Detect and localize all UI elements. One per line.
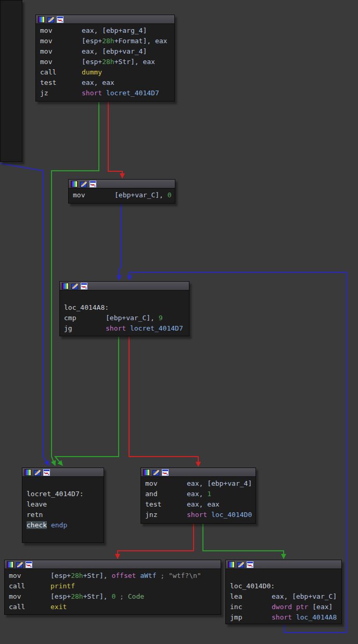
node-wtf-exit[interactable]: mov[esp+28h+Str], offset aWtf ; "wtf?\n"… bbox=[4, 560, 221, 615]
code-token-l: loc_4014D0: bbox=[230, 582, 275, 590]
code-token-m: jnz bbox=[145, 510, 187, 520]
group-node-icon[interactable] bbox=[43, 469, 50, 476]
code-line[interactable]: andeax, 1 bbox=[145, 489, 255, 499]
node-code: mov[esp+28h+Str], offset aWtf ; "wtf?\n"… bbox=[5, 569, 221, 612]
code-line[interactable]: mov[esp+28h+Format], eax bbox=[40, 36, 174, 46]
color-node-icon[interactable] bbox=[7, 561, 14, 568]
node-titlebar[interactable] bbox=[22, 468, 104, 477]
code-token-l: locret_4014D7: bbox=[27, 490, 84, 498]
code-line[interactable]: mov[esp+28h+Str], 0 ; Code bbox=[9, 591, 221, 602]
code-token-m: mov bbox=[9, 571, 50, 581]
code-token-m: jz bbox=[40, 88, 82, 98]
code-line[interactable] bbox=[64, 292, 189, 302]
code-token-k: short bbox=[272, 613, 296, 621]
color-node-icon[interactable] bbox=[143, 469, 150, 476]
code-line[interactable]: moveax, [ebp+var_4] bbox=[40, 46, 174, 57]
code-line[interactable]: jnzshort loc_4014D0 bbox=[145, 510, 255, 520]
code-token-t: locret_4014D7 bbox=[130, 324, 183, 332]
code-line[interactable]: calldummy bbox=[40, 67, 174, 78]
node-titlebar[interactable] bbox=[5, 560, 221, 569]
code-line[interactable]: moveax, [ebp+arg_4] bbox=[40, 26, 174, 36]
node-code: moveax, [ebp+arg_4]mov[esp+28h+Format], … bbox=[36, 24, 174, 98]
code-token-m: mov bbox=[9, 591, 50, 602]
code-line[interactable]: moveax, [ebp+var_4] bbox=[145, 478, 255, 489]
edit-node-icon[interactable] bbox=[237, 561, 244, 568]
group-node-icon[interactable] bbox=[25, 561, 32, 568]
color-node-icon[interactable] bbox=[38, 16, 45, 23]
code-token-t: loc_4014A8 bbox=[296, 613, 337, 621]
code-line[interactable]: jmpshort loc_4014A8 bbox=[230, 612, 341, 623]
code-token-f: dummy bbox=[82, 68, 102, 76]
edge-jnz-fallthrough bbox=[118, 524, 194, 559]
group-node-icon[interactable] bbox=[247, 561, 253, 568]
code-token-f: printf bbox=[50, 582, 75, 590]
code-line[interactable]: loc_4014A8: bbox=[64, 302, 189, 313]
code-line[interactable]: callexit bbox=[9, 602, 221, 612]
code-token-k: short bbox=[82, 89, 106, 97]
code-token-m: jmp bbox=[230, 612, 272, 623]
code-line[interactable]: mov[ebp+var_C], 0 bbox=[73, 190, 175, 200]
node-titlebar[interactable] bbox=[60, 282, 189, 291]
code-token-o: +Str], eax bbox=[114, 58, 155, 66]
group-node-icon[interactable] bbox=[162, 469, 169, 476]
code-token-o: [ebp+var_C], bbox=[106, 314, 159, 322]
code-token-d: endp bbox=[51, 521, 67, 529]
code-line[interactable]: callprintf bbox=[9, 581, 221, 591]
node-titlebar[interactable] bbox=[141, 468, 255, 477]
edit-node-icon[interactable] bbox=[16, 561, 23, 568]
code-line[interactable]: jgshort locret_4014D7 bbox=[64, 323, 189, 334]
edit-node-icon[interactable] bbox=[71, 283, 78, 289]
code-token-n: 9 bbox=[159, 314, 163, 322]
color-node-icon[interactable] bbox=[62, 283, 69, 289]
node-locret[interactable]: locret_4014D7:leaveretncheck endp bbox=[22, 468, 104, 543]
code-token-t: loc_4014D0 bbox=[211, 511, 252, 519]
node-titlebar[interactable] bbox=[36, 15, 174, 24]
code-line[interactable]: loc_4014D0: bbox=[230, 581, 341, 591]
node-entry[interactable]: moveax, [ebp+arg_4]mov[esp+28h+Format], … bbox=[35, 15, 175, 102]
code-token-k: dword ptr bbox=[272, 603, 308, 611]
code-line[interactable]: locret_4014D7: bbox=[27, 489, 104, 499]
code-line[interactable]: mov[esp+28h+Str], eax bbox=[40, 57, 174, 67]
code-token-m: mov bbox=[145, 478, 187, 489]
group-node-icon[interactable] bbox=[81, 283, 87, 289]
code-token-m: call bbox=[9, 602, 50, 612]
code-line[interactable]: jzshort locret_4014D7 bbox=[40, 88, 174, 98]
node-titlebar[interactable] bbox=[69, 180, 175, 188]
code-line[interactable]: cmp[ebp+var_C], 9 bbox=[64, 313, 189, 323]
node-partial[interactable] bbox=[0, 0, 22, 162]
color-node-icon[interactable] bbox=[228, 561, 235, 568]
node-code: mov[ebp+var_C], 0 bbox=[69, 188, 175, 200]
node-parity-check[interactable]: moveax, [ebp+var_4]andeax, 1testeax, eax… bbox=[140, 468, 256, 524]
code-token-o: +Format], eax bbox=[114, 37, 168, 45]
code-token-m: call bbox=[9, 581, 50, 591]
code-line[interactable]: retn bbox=[27, 510, 104, 520]
code-token-m: and bbox=[145, 489, 187, 499]
code-line[interactable]: leaeax, [ebp+var_C] bbox=[230, 591, 341, 602]
edit-node-icon[interactable] bbox=[152, 469, 159, 476]
code-line[interactable]: incdword ptr [eax] bbox=[230, 602, 341, 612]
code-line[interactable]: check endp bbox=[27, 520, 104, 531]
code-line[interactable] bbox=[230, 571, 341, 581]
code-line[interactable]: testeax, eax bbox=[145, 499, 255, 510]
code-line[interactable]: testeax, eax bbox=[40, 78, 174, 88]
edit-node-icon[interactable] bbox=[80, 181, 87, 187]
edit-node-icon[interactable] bbox=[34, 469, 41, 476]
code-token-o: eax, eax bbox=[82, 79, 114, 86]
node-increment[interactable]: loc_4014D0:leaeax, [ebp+var_C]incdword p… bbox=[225, 560, 342, 624]
code-token-o: [ebp+var_C], bbox=[114, 191, 168, 199]
code-token-t: locret_4014D7 bbox=[106, 89, 159, 97]
node-loop-head[interactable]: loc_4014A8:cmp[ebp+var_C], 9jgshort locr… bbox=[59, 281, 189, 336]
code-token-o: [eax] bbox=[308, 603, 333, 611]
group-node-icon[interactable] bbox=[90, 181, 96, 187]
code-line[interactable]: mov[esp+28h+Str], offset aWtf ; "wtf?\n" bbox=[9, 571, 221, 581]
color-node-icon[interactable] bbox=[71, 181, 78, 187]
edit-node-icon[interactable] bbox=[47, 16, 54, 23]
code-line[interactable] bbox=[27, 478, 104, 489]
code-token-m: inc bbox=[230, 602, 272, 612]
node-init-counter[interactable]: mov[ebp+var_C], 0 bbox=[68, 179, 175, 204]
color-node-icon[interactable] bbox=[24, 469, 31, 476]
code-token-m: mov bbox=[40, 26, 82, 36]
code-line[interactable]: leave bbox=[27, 499, 104, 510]
node-titlebar[interactable] bbox=[226, 560, 341, 569]
group-node-icon[interactable] bbox=[57, 16, 63, 23]
